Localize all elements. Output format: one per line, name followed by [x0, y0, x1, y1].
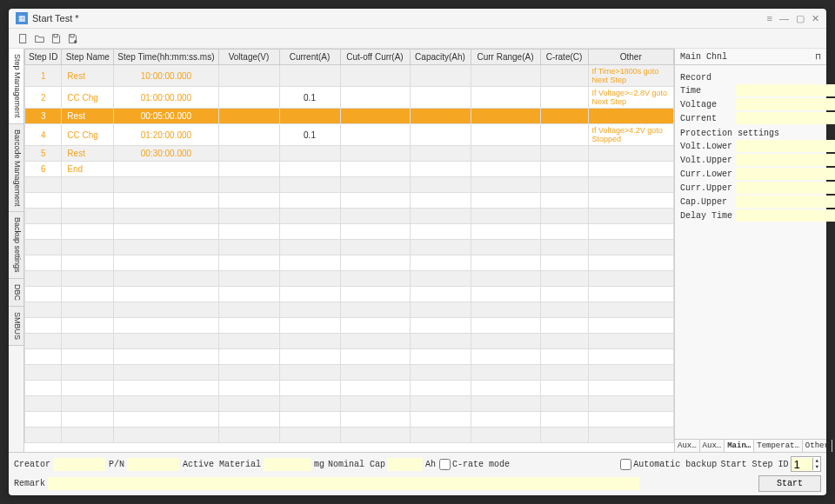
rp-field-input[interactable]	[736, 196, 835, 208]
table-row-empty[interactable]	[25, 287, 674, 302]
step-id-up-icon[interactable]: ▲	[813, 458, 820, 464]
table-row-empty[interactable]	[25, 177, 674, 193]
crate-mode-checkbox[interactable]	[439, 459, 451, 470]
table-row[interactable]: 6End	[25, 162, 674, 177]
menu-icon[interactable]: ≡	[767, 13, 772, 24]
table-row[interactable]: 3Rest00:05:00.000	[25, 109, 674, 124]
save-button[interactable]	[49, 31, 63, 45]
table-row[interactable]: 1Rest10:00:00.000If Time>1800s goto Next…	[25, 65, 674, 87]
save-as-button[interactable]	[65, 31, 79, 45]
start-button[interactable]: Start	[758, 475, 821, 492]
cell-name: Rest	[62, 65, 114, 87]
column-header[interactable]: Cut-off Curr(A)	[340, 50, 410, 65]
cell-crate	[540, 65, 588, 87]
cell-voltage	[218, 124, 279, 146]
cell-crate	[540, 109, 588, 124]
table-row-empty[interactable]	[25, 396, 674, 412]
rp-tab[interactable]: Aux…	[700, 440, 725, 452]
table-row[interactable]: 4CC Chg01:20:00.0000.1If Voltage>4.2V go…	[25, 124, 674, 146]
start-step-id-input[interactable]	[792, 458, 812, 471]
rp-tab[interactable]: Other	[803, 440, 832, 452]
side-tab-step-management[interactable]: Step Management	[9, 49, 23, 124]
rp-field-label: Curr.Lower	[680, 169, 736, 179]
table-row-empty[interactable]	[25, 224, 674, 240]
pn-input[interactable]	[127, 458, 179, 471]
table-row-empty[interactable]	[25, 302, 674, 318]
table-row-empty[interactable]	[25, 318, 674, 334]
auto-backup-label: Automatic backup	[633, 460, 717, 469]
table-row-empty[interactable]	[25, 255, 674, 271]
mg-unit: mg	[314, 460, 324, 469]
cell-id: 5	[25, 146, 62, 162]
creator-input[interactable]	[53, 458, 105, 471]
titlebar: ▦ Start Test * ≡ — ▢ ✕	[9, 9, 826, 29]
cell-crate	[540, 87, 588, 109]
remark-input[interactable]	[48, 477, 639, 490]
rp-tab[interactable]: Main…	[725, 440, 754, 452]
cell-crate	[540, 146, 588, 162]
table-row-empty[interactable]	[25, 193, 674, 209]
rp-field-label: Time	[680, 86, 736, 96]
column-header[interactable]: Step Time(hh:mm:ss.ms)	[114, 50, 218, 65]
rp-field-input[interactable]	[736, 98, 835, 110]
cell-cap	[410, 87, 471, 109]
table-row-empty[interactable]	[25, 412, 674, 428]
step-id-down-icon[interactable]: ▼	[813, 464, 820, 470]
side-tab-dbc[interactable]: DBC	[9, 279, 23, 307]
creator-label: Creator	[14, 460, 50, 469]
rp-field-input[interactable]	[736, 154, 835, 166]
table-row-empty[interactable]	[25, 209, 674, 224]
maximize-icon[interactable]: ▢	[796, 13, 805, 24]
close-icon[interactable]: ✕	[812, 13, 819, 24]
table-row-empty[interactable]	[25, 240, 674, 255]
rp-row: Delay Times	[680, 209, 821, 222]
column-header[interactable]: Capacity(Ah)	[410, 50, 471, 65]
rp-field-input[interactable]	[736, 84, 835, 96]
start-step-id-stepper[interactable]: ▲▼	[791, 456, 821, 472]
column-header[interactable]: Current(A)	[279, 50, 340, 65]
side-tab-backup-settings[interactable]: Backup settings	[9, 212, 23, 279]
side-tab-smbus[interactable]: SMBUS	[9, 307, 23, 346]
cell-cap	[410, 146, 471, 162]
table-row-empty[interactable]	[25, 365, 674, 381]
table-row[interactable]: 5Rest00:30:00.000	[25, 146, 674, 162]
cell-range	[471, 146, 540, 162]
cell-range	[471, 162, 540, 177]
active-material-input[interactable]	[264, 458, 311, 471]
cell-voltage	[218, 162, 279, 177]
cell-other: If Time>1800s goto Next Step	[588, 65, 674, 87]
column-header[interactable]: Curr Range(A)	[471, 50, 540, 65]
column-header[interactable]: Step Name	[62, 50, 114, 65]
rp-field-input[interactable]	[736, 112, 835, 124]
cell-current	[279, 65, 340, 87]
rp-tab[interactable]: Temperat…	[754, 440, 803, 452]
table-row-empty[interactable]	[25, 428, 674, 443]
column-header[interactable]: Other	[588, 50, 674, 65]
column-header[interactable]: Voltage(V)	[218, 50, 279, 65]
rp-row: Curr.UpperA	[680, 182, 821, 194]
side-tab-barcode-management[interactable]: Barcode Management	[9, 124, 23, 213]
minimize-icon[interactable]: —	[779, 13, 789, 24]
table-row-empty[interactable]	[25, 381, 674, 396]
rp-row: Cap.UpperAh	[680, 196, 821, 208]
column-header[interactable]: Step ID	[25, 50, 62, 65]
auto-backup-checkbox[interactable]	[620, 459, 631, 470]
table-row-empty[interactable]	[25, 349, 674, 365]
new-file-button[interactable]	[16, 31, 30, 45]
column-header[interactable]: C-rate(C)	[540, 50, 588, 65]
nominal-cap-input[interactable]	[388, 458, 423, 471]
rp-field-input[interactable]	[736, 168, 835, 180]
rp-field-input[interactable]	[736, 209, 835, 222]
table-row-empty[interactable]	[25, 334, 674, 349]
rp-field-input[interactable]	[736, 182, 835, 194]
rp-field-input[interactable]	[736, 140, 835, 152]
pin-icon[interactable]: ⊓	[816, 51, 821, 62]
cell-name: CC Chg	[62, 124, 114, 146]
cell-other	[588, 146, 674, 162]
table-row[interactable]: 2CC Chg01:00:00.0000.1If Voltage>=2.8V g…	[25, 87, 674, 109]
cell-other: If Voltage>=2.8V goto Next Step	[588, 87, 674, 109]
table-row-empty[interactable]	[25, 271, 674, 287]
open-file-button[interactable]	[32, 31, 46, 45]
cell-time: 00:30:00.000	[114, 146, 218, 162]
rp-tab[interactable]: Aux…	[675, 440, 700, 452]
